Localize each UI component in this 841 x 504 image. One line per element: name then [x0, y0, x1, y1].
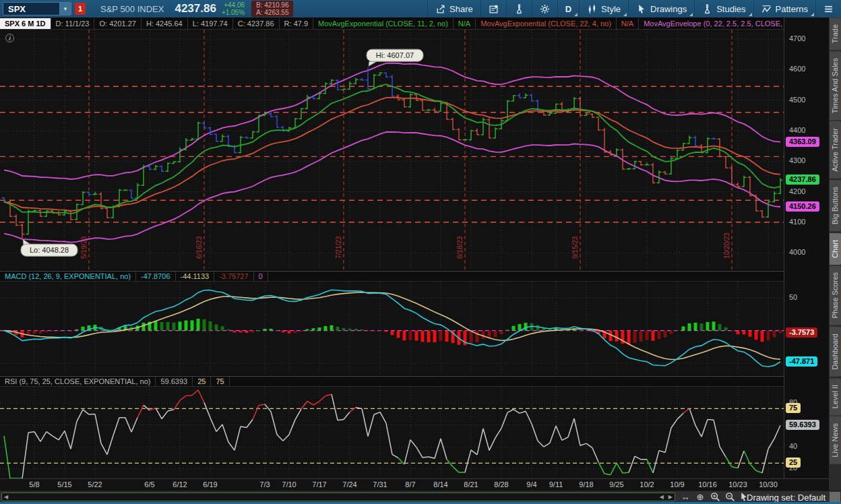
gear-icon	[540, 4, 550, 14]
macd-pane[interactable]	[0, 282, 784, 375]
ohlc-bars	[2, 67, 783, 238]
bottom-status-bar: ◀ ◀ ▶ ↔ ⊕ Drawing set: Defa	[0, 491, 841, 504]
sidebar-tab-times-and-sales[interactable]: Times And Sales	[830, 51, 841, 120]
zoom-out-icon[interactable]	[724, 492, 736, 503]
study-label[interactable]: MovAvgExponential (CLOSE, 22, 4, no)	[476, 18, 617, 29]
axis-tick-label: 40	[789, 442, 797, 450]
price-axis[interactable]: 4700460045004400430042004100400050-50806…	[784, 18, 829, 491]
scroll-left2-icon[interactable]: ◀	[660, 493, 664, 501]
study-label[interactable]: MovAvgEnvelope (0, 22, 2.5, 2.5, CLOSE, …	[639, 18, 784, 29]
macd-value: -47.8706	[136, 272, 175, 281]
scroll-right-icon[interactable]: ▶	[668, 493, 673, 501]
rsi-oversold-badge: 25	[786, 458, 801, 468]
patterns-icon	[761, 4, 772, 14]
zoom-in-icon[interactable]	[709, 492, 721, 503]
last-price-badge: 4237.86	[786, 175, 819, 185]
svg-text:Hi: 4607.07: Hi: 4607.07	[376, 51, 414, 59]
sidebar-tab-dashboard[interactable]: Dashboard	[830, 327, 841, 377]
symbol-input[interactable]: SPX ▾	[3, 2, 71, 15]
macd-canvas[interactable]	[0, 282, 784, 375]
timeframe-label: D	[565, 4, 571, 14]
study-label[interactable]: N/A	[454, 18, 476, 29]
share-button[interactable]: Share	[427, 0, 480, 18]
analyze-button[interactable]	[506, 0, 532, 18]
study-label[interactable]: MovAvgExponential (CLOSE, 11, 2, no)	[313, 18, 454, 29]
macd-study-header: MACD (12, 26, 9, EXPONENTIAL, no)-47.870…	[0, 271, 784, 282]
top-toolbar: SPX ▾ 1 S&P 500 INDEX 4237.86 +44.06 +1.…	[0, 0, 841, 18]
study-label[interactable]: N/A	[617, 18, 639, 29]
ohlc-field: D: 11/1/23	[51, 18, 95, 29]
rsi-pane[interactable]	[0, 387, 784, 478]
axis-tick-label: 4300	[789, 156, 805, 164]
sidebar-tab-big-buttons[interactable]: Big Buttons	[830, 180, 841, 231]
pan-arrows-icon[interactable]: ↔	[679, 492, 691, 503]
date-label: 8/14	[427, 480, 454, 489]
sidebar-tab-level-ii[interactable]: Level II	[830, 378, 841, 415]
date-label: 10/2	[633, 480, 660, 489]
menu-button[interactable]	[815, 0, 841, 18]
flask-icon	[514, 4, 524, 14]
price-chart-pane[interactable]: 5/19/236/16/237/21/238/18/239/15/2310/20…	[0, 30, 784, 270]
axis-tick-label: 4500	[789, 96, 805, 104]
studies-button[interactable]: Studies	[694, 0, 753, 18]
date-label: 8/7	[397, 480, 424, 489]
price-chart-canvas[interactable]: 5/19/236/16/237/21/238/18/239/15/2310/20…	[0, 30, 784, 270]
sidebar-tab-phase-scores[interactable]: Phase Scores	[830, 265, 841, 325]
rsi-canvas[interactable]	[0, 387, 784, 478]
ohlc-field: H: 4245.64	[142, 18, 188, 29]
symbol-timeframe[interactable]: SPX 6 M 1D	[0, 18, 51, 29]
date-label: 9/11	[542, 480, 569, 489]
rsi-overbought-badge: 75	[786, 403, 801, 413]
expiration-date-label: 9/15/23	[571, 236, 579, 259]
sidebar-tab-active-trader[interactable]: Active Trader	[830, 121, 841, 179]
ohlc-field: C: 4237.86	[233, 18, 280, 29]
svg-text:Lo: 4048.28: Lo: 4048.28	[30, 246, 69, 254]
axis-tick-label: 4600	[789, 65, 805, 73]
chart-horizontal-scrollbar[interactable]: ◀ ◀ ▶	[1, 493, 675, 501]
studies-label: Studies	[716, 4, 745, 14]
info-icon[interactable]: i	[5, 34, 14, 42]
axis-tick-label: 50	[789, 293, 797, 301]
date-label: 10/30	[755, 480, 782, 489]
sidebar-tab-trade[interactable]: Trade	[830, 18, 841, 50]
style-label: Style	[601, 4, 621, 14]
rsi-value: 59.6393	[156, 377, 193, 386]
symbol-value: SPX	[3, 4, 59, 14]
crosshair-icon[interactable]: ⊕	[694, 492, 706, 503]
macd-histogram-badge: -3.7573	[786, 327, 817, 338]
date-label: 7/17	[306, 480, 333, 489]
change-percent: +1.05%	[222, 9, 245, 16]
time-axis[interactable]: 5/85/155/226/56/126/197/37/107/177/247/3…	[0, 478, 829, 491]
drawings-label: Drawings	[650, 4, 687, 14]
axis-tick-label: 4400	[789, 126, 805, 134]
date-label: 10/23	[724, 480, 751, 489]
chevron-down-icon[interactable]: ▾	[59, 3, 71, 15]
sidebar-tab-live-news[interactable]: Live News	[830, 416, 841, 464]
rsi-value: 75	[211, 377, 229, 386]
style-button[interactable]: Style	[579, 0, 628, 18]
scroll-left-icon[interactable]: ◀	[4, 493, 8, 501]
notes-button[interactable]	[480, 0, 506, 18]
flask-icon	[702, 4, 712, 14]
settings-button[interactable]	[532, 0, 557, 18]
bid-ask: B: 4210.96 A: 4263.55	[251, 1, 293, 17]
date-label: 8/28	[488, 480, 515, 489]
macd-title[interactable]: MACD (12, 26, 9, EXPONENTIAL, no)	[0, 272, 136, 281]
share-label: Share	[449, 4, 473, 14]
axis-tick-label: 4700	[789, 34, 805, 42]
macd-value: -3.75727	[214, 272, 253, 281]
drawings-button[interactable]: Drawings	[628, 0, 694, 18]
sidebar-tab-chart[interactable]: Chart	[830, 233, 841, 265]
rsi-title[interactable]: RSI (9, 75, 25, CLOSE, EXPONENTIAL, no)	[0, 377, 156, 386]
timeframe-button[interactable]: D	[557, 0, 579, 18]
bid-value: B: 4210.96	[256, 1, 288, 9]
gadget-sidebar: TradeTimes And SalesActive TraderBig But…	[829, 18, 841, 491]
date-label: 10/16	[694, 480, 721, 489]
alerts-badge[interactable]: 1	[75, 3, 86, 15]
macd-value-badge: -47.871	[786, 356, 817, 367]
patterns-button[interactable]: Patterns	[753, 0, 815, 18]
date-label: 5/8	[21, 480, 48, 489]
drawing-set-selector[interactable]: Drawing set: Default	[747, 493, 832, 503]
date-label: 10/9	[664, 480, 691, 489]
candlestick-style-icon	[587, 4, 597, 14]
